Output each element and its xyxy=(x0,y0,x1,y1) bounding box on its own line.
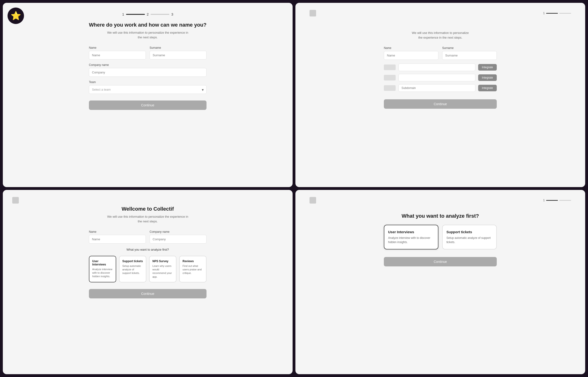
panel-onboarding-step1: ⭐ 1 2 3 Where do you work and how can we… xyxy=(3,3,293,187)
step-bar-1 xyxy=(126,14,145,15)
p3-name-label: Name xyxy=(89,230,146,234)
step-indicators: 1 2 3 xyxy=(122,12,173,16)
p3-company-group: Company name xyxy=(150,230,206,244)
name-group: Name xyxy=(89,46,146,59)
card-user-interviews[interactable]: User Interviews Analyze interview with t… xyxy=(89,256,116,283)
p3-header xyxy=(12,197,283,206)
card-st-title: Support tickets xyxy=(122,259,143,263)
p4-step-bar-inactive xyxy=(559,200,571,201)
analyze-question: What you want to analyze first? xyxy=(126,247,169,252)
p3-mini-logo xyxy=(12,197,19,204)
panel-welcome: Wellcome to Collectif We will use this i… xyxy=(3,190,293,374)
panel2-subtitle: We will use this information to personal… xyxy=(412,31,469,40)
card-large-support-tickets[interactable]: Support tickets Setup automatic analyze … xyxy=(442,225,497,249)
mini-step-bar-active xyxy=(546,13,558,14)
card-nps-title: NPS Survey xyxy=(152,259,173,263)
integration-input-2[interactable] xyxy=(398,74,475,82)
card-rev-desc: Find out what users praise and critique. xyxy=(182,264,203,275)
company-input[interactable] xyxy=(89,68,206,77)
p3-name-group: Name xyxy=(89,230,146,244)
card-reviews[interactable]: Reviews Find out what users praise and c… xyxy=(179,256,206,283)
card-large-user-interviews[interactable]: User Interviews Analyze interview with t… xyxy=(384,225,438,249)
integrate-btn-3[interactable]: Integrate xyxy=(478,85,497,91)
integration-row-2: Integrate xyxy=(384,74,497,82)
p3-name-row: Name Company name xyxy=(89,230,206,244)
mini-step-bar-inactive xyxy=(559,13,571,14)
step-2-num: 2 xyxy=(147,12,149,16)
panel3-title: Wellcome to Collectif xyxy=(122,206,174,212)
integrate-btn-2[interactable]: Integrate xyxy=(478,74,497,81)
integration-row-1: Integrate xyxy=(384,64,497,71)
panel3-subtitle: We will use this information to personal… xyxy=(107,214,188,224)
p2-name-input[interactable] xyxy=(384,51,438,60)
surname-group: Surname xyxy=(150,46,206,59)
p2-surname-group: Surname xyxy=(442,46,497,60)
card-large-ui-title: User Interviews xyxy=(388,230,434,234)
team-label: Team xyxy=(89,81,206,84)
p4-continue-button[interactable]: Continue xyxy=(384,257,497,266)
continue-button[interactable]: Continue xyxy=(89,100,206,110)
p3-name-input[interactable] xyxy=(89,235,146,244)
mini-logo xyxy=(309,10,316,16)
integration-row-3: Integrate xyxy=(384,84,497,92)
card-nps-desc: Learn why users would recommend your app… xyxy=(152,264,173,279)
card-st-desc: Setup automatic analyze of support ticke… xyxy=(122,264,143,275)
card-ui-title: User Interviews xyxy=(92,259,113,266)
p2-name-group: Name xyxy=(384,46,438,60)
panel-integrations: 1 We will use this information to person… xyxy=(295,3,585,187)
p3-continue-button[interactable]: Continue xyxy=(89,289,206,298)
integration-input-3[interactable] xyxy=(398,84,475,92)
company-label: Company name xyxy=(89,63,206,67)
card-rev-title: Reviews xyxy=(182,259,203,263)
panel4-content: What you want to analyze first? User Int… xyxy=(384,213,497,266)
p4-step-bar-active xyxy=(546,200,558,201)
integration-logo-1 xyxy=(384,64,396,70)
step-bar-2 xyxy=(150,14,169,15)
panel-analyze-select: 1 What you want to analyze first? User I… xyxy=(295,190,585,374)
company-group: Company name xyxy=(89,63,206,77)
panel4-title: What you want to analyze first? xyxy=(402,213,479,219)
integration-input-1[interactable] xyxy=(398,64,475,71)
surname-input[interactable] xyxy=(150,51,206,59)
integrate-btn-1[interactable]: Integrate xyxy=(478,64,497,71)
p3-company-input[interactable] xyxy=(150,235,206,244)
name-label: Name xyxy=(89,46,146,49)
p4-mini-step-num: 1 xyxy=(543,199,545,202)
p2-surname-input[interactable] xyxy=(442,51,497,60)
p2-name-row: Name Surname xyxy=(384,46,497,60)
mini-step-indicators: 1 xyxy=(543,12,571,15)
card-large-ui-desc: Analyze interview with to discover hidde… xyxy=(388,236,434,244)
step-1-num: 1 xyxy=(122,12,124,16)
panel1-title: Where do you work and how can we name yo… xyxy=(89,22,206,28)
step-3-num: 3 xyxy=(171,12,173,16)
steps-container: 1 2 3 Where do you work and how can we n… xyxy=(89,12,206,110)
card-support-tickets[interactable]: Support tickets Setup automatic analyze … xyxy=(119,256,146,283)
surname-label: Surname xyxy=(150,46,206,49)
team-select-wrapper: Select a team xyxy=(89,85,206,94)
panel1-subtitle: We will use this information to personal… xyxy=(107,30,188,39)
p4-mini-logo xyxy=(309,197,316,204)
analyze-cards-container: User Interviews Analyze interview with t… xyxy=(89,256,206,283)
integration-logo-2 xyxy=(384,75,396,81)
name-input[interactable] xyxy=(89,51,146,59)
panel4-header: 1 xyxy=(305,197,576,208)
p3-company-label: Company name xyxy=(150,230,206,234)
p2-name-label: Name xyxy=(384,46,438,50)
panel3-content: Wellcome to Collectif We will use this i… xyxy=(89,206,206,298)
name-surname-row: Name Surname xyxy=(89,46,206,59)
integration-logo-3 xyxy=(384,85,396,91)
card-nps-survey[interactable]: NPS Survey Learn why users would recomme… xyxy=(149,256,176,283)
card-large-st-title: Support tickets xyxy=(446,230,493,234)
team-select[interactable]: Select a team xyxy=(89,85,206,94)
panel2-content: We will use this information to personal… xyxy=(384,31,497,109)
team-group: Team Select a team xyxy=(89,81,206,94)
panel2-header: 1 xyxy=(305,10,576,21)
p2-continue-button[interactable]: Continue xyxy=(384,99,497,109)
card-large-st-desc: Setup automatic analyze of support ticke… xyxy=(446,236,493,244)
analyze-cards-large-container: User Interviews Analyze interview with t… xyxy=(384,225,497,249)
p4-mini-steps: 1 xyxy=(543,199,571,202)
mini-step-num: 1 xyxy=(543,12,545,15)
p2-surname-label: Surname xyxy=(442,46,497,50)
card-ui-desc: Analyze interview with to discover hidde… xyxy=(92,268,113,278)
app-logo: ⭐ xyxy=(8,8,24,24)
